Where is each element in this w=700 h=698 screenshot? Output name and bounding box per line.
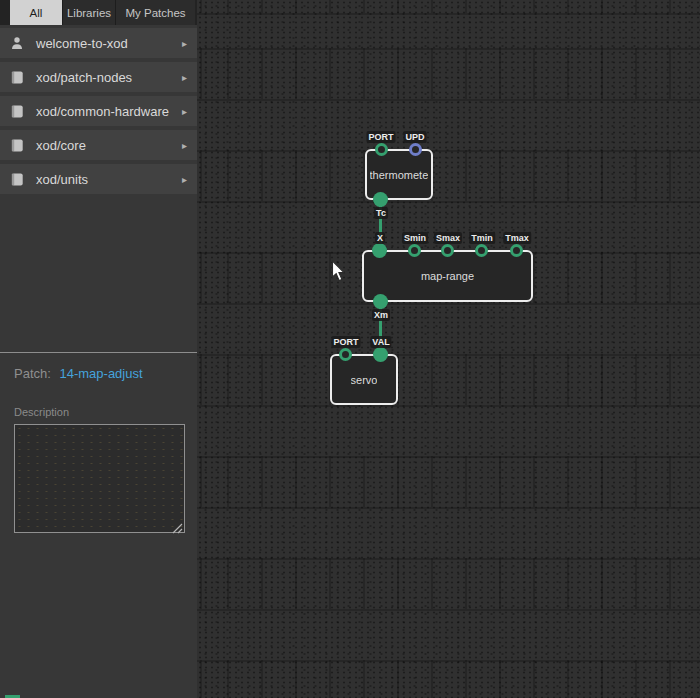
pin-label: PORT	[331, 336, 360, 348]
pin-label: Tc	[374, 207, 388, 219]
chevron-right-icon[interactable]: ▸	[182, 38, 187, 49]
chevron-right-icon[interactable]: ▸	[182, 174, 187, 185]
pin-label: VAL	[370, 336, 391, 348]
node-thermometer[interactable]: thermomete…	[365, 149, 433, 200]
patch-name-link[interactable]: 14-map-adjust	[59, 366, 142, 381]
sidebar-item-label: welcome-to-xod	[36, 36, 128, 51]
description-label: Description	[14, 406, 69, 418]
node-label: thermomete…	[370, 169, 429, 181]
sidebar-item-xod-core[interactable]: xod/core ▸	[0, 130, 197, 160]
pin-label: X	[375, 232, 385, 244]
book-icon	[10, 173, 36, 186]
pin-maprange-tmax[interactable]	[510, 244, 523, 257]
patch-label: Patch:	[14, 366, 51, 381]
book-icon	[10, 139, 36, 152]
sidebar-divider	[0, 352, 197, 353]
description-input[interactable]	[14, 424, 185, 533]
pin-label: PORT	[366, 131, 395, 143]
pin-maprange-xm[interactable]	[373, 294, 388, 309]
sidebar-item-xod-common-hardware[interactable]: xod/common-hardware ▸	[0, 96, 197, 126]
patching-canvas[interactable]: thermomete… PORT UPD Tc map-range X Smin…	[197, 0, 700, 698]
pin-thermometer-port[interactable]	[375, 143, 388, 156]
pin-servo-port[interactable]	[339, 348, 352, 361]
tab-all[interactable]: All	[10, 0, 63, 25]
pin-label: Xm	[372, 309, 390, 321]
pin-label: Tmax	[503, 232, 531, 244]
sidebar-item-welcome-to-xod[interactable]: welcome-to-xod ▸	[0, 28, 197, 58]
pin-label: Smin	[402, 232, 428, 244]
pin-maprange-smax[interactable]	[441, 244, 454, 257]
chevron-right-icon[interactable]: ▸	[182, 140, 187, 151]
tab-my-patches[interactable]: My Patches	[116, 0, 195, 25]
pin-label: UPD	[403, 131, 426, 143]
pin-thermometer-tc[interactable]	[373, 192, 388, 207]
sidebar-item-label: xod/units	[36, 172, 88, 187]
sidebar-item-xod-patch-nodes[interactable]: xod/patch-nodes ▸	[0, 62, 197, 92]
node-map-range[interactable]: map-range	[362, 250, 533, 302]
pin-label: Tmin	[469, 232, 495, 244]
sidebar-item-label: xod/core	[36, 138, 86, 153]
project-browser-sidebar: All Libraries My Patches welcome-to-xod …	[0, 0, 197, 698]
sidebar-item-xod-units[interactable]: xod/units ▸	[0, 164, 197, 194]
sidebar-item-label: xod/patch-nodes	[36, 70, 132, 85]
pin-maprange-smin[interactable]	[408, 244, 421, 257]
mouse-cursor	[331, 260, 346, 286]
node-label: map-range	[421, 270, 474, 282]
book-icon	[10, 105, 36, 118]
chevron-right-icon[interactable]: ▸	[182, 106, 187, 117]
pin-maprange-x[interactable]	[372, 243, 387, 258]
chevron-right-icon[interactable]: ▸	[182, 72, 187, 83]
library-list: welcome-to-xod ▸ xod/patch-nodes ▸ xod/c…	[0, 28, 197, 194]
pin-maprange-tmin[interactable]	[475, 244, 488, 257]
current-patch-row: Patch: 14-map-adjust	[14, 366, 143, 381]
book-icon	[10, 71, 36, 84]
pin-thermometer-upd[interactable]	[409, 143, 422, 156]
node-servo[interactable]: servo	[330, 354, 398, 405]
sidebar-item-label: xod/common-hardware	[36, 104, 169, 119]
pin-label: Smax	[434, 232, 462, 244]
node-label: servo	[351, 374, 378, 386]
tab-libraries[interactable]: Libraries	[63, 0, 116, 25]
sidebar-tabbar: All Libraries My Patches	[0, 0, 197, 25]
user-icon	[10, 36, 36, 50]
pin-servo-val[interactable]	[373, 347, 388, 362]
